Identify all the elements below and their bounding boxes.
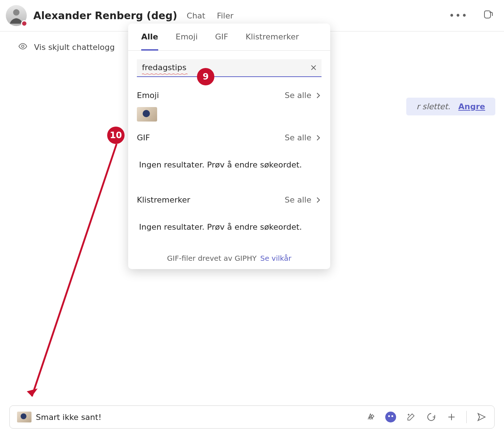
show-hidden-label: Vis skjult chattelogg xyxy=(34,43,115,52)
section-header-gif: GIF Se alle xyxy=(137,133,322,142)
loop-component-button[interactable] xyxy=(426,412,437,422)
toolbar-divider xyxy=(466,411,467,423)
picker-tab-emoji[interactable]: Emoji xyxy=(176,32,198,50)
tab-chat[interactable]: Chat xyxy=(187,11,205,20)
annotation-badge-9: 9 xyxy=(197,68,214,85)
header-tabs: Chat Filer xyxy=(187,11,234,20)
see-all-gif[interactable]: Se alle xyxy=(285,133,322,142)
picker-tab-all[interactable]: Alle xyxy=(141,32,158,51)
giphy-attribution: GIF-filer drevet av GIPHY xyxy=(167,254,256,263)
chevron-right-icon xyxy=(315,135,322,141)
undo-link[interactable]: Angre xyxy=(458,102,485,111)
chevron-right-icon xyxy=(315,92,322,99)
composer-text[interactable]: Smart ikke sant! xyxy=(36,413,101,422)
gif-no-results: Ingen resultater. Prøv å endre søkeordet… xyxy=(137,142,322,184)
picker-tab-gif[interactable]: GIF xyxy=(215,32,228,50)
picker-search-input[interactable] xyxy=(137,59,322,77)
giphy-terms-link[interactable]: Se vilkår xyxy=(260,254,291,263)
see-all-emoji[interactable]: Se alle xyxy=(285,91,322,100)
svg-marker-5 xyxy=(27,388,38,396)
send-button[interactable] xyxy=(476,412,487,422)
see-all-stickers[interactable]: Se alle xyxy=(285,195,322,204)
picker-search xyxy=(137,59,322,77)
picker-tab-stickers[interactable]: Klistremerker xyxy=(245,32,299,50)
section-title-emoji: Emoji xyxy=(137,91,159,100)
sparkle-edit-button[interactable] xyxy=(406,412,416,422)
stickers-no-results: Ingen resultater. Prøv å endre søkeordet… xyxy=(137,204,322,246)
section-title-gif: GIF xyxy=(137,133,150,142)
clear-search-button[interactable] xyxy=(310,64,317,73)
tab-files[interactable]: Filer xyxy=(217,11,234,20)
copilot-icon[interactable] xyxy=(482,9,494,22)
svg-line-4 xyxy=(32,144,117,396)
svg-point-1 xyxy=(22,45,24,48)
chevron-right-icon xyxy=(315,197,322,203)
chat-title: Alexander Renberg (deg) xyxy=(33,10,177,22)
emoji-picker-button[interactable] xyxy=(385,412,396,422)
add-button[interactable] xyxy=(446,412,457,422)
eye-icon xyxy=(18,42,28,53)
deleted-message-banner: r slettet. Angre xyxy=(406,98,495,115)
avatar[interactable] xyxy=(6,5,27,26)
deleted-text: r slettet. xyxy=(416,102,450,111)
more-options-button[interactable]: ••• xyxy=(449,11,468,20)
format-text-button[interactable] xyxy=(365,412,376,422)
emoji-picker-popup: Alle Emoji GIF Klistremerker Emoji Se al… xyxy=(128,24,330,269)
svg-point-0 xyxy=(13,9,20,16)
presence-badge xyxy=(21,20,28,27)
message-composer[interactable]: Smart ikke sant! xyxy=(9,405,495,429)
section-header-emoji: Emoji Se alle xyxy=(137,91,322,100)
annotation-arrow xyxy=(22,144,130,404)
emoji-result-item[interactable] xyxy=(137,107,157,122)
picker-tabs: Alle Emoji GIF Klistremerker xyxy=(128,24,330,51)
composer-inserted-emoji[interactable] xyxy=(17,412,32,422)
annotation-badge-10: 10 xyxy=(107,127,125,144)
composer-toolbar xyxy=(365,411,487,423)
section-header-stickers: Klistremerker Se alle xyxy=(137,195,322,204)
giphy-footer: GIF-filer drevet av GIPHY Se vilkår xyxy=(128,246,330,269)
section-title-stickers: Klistremerker xyxy=(137,195,190,204)
